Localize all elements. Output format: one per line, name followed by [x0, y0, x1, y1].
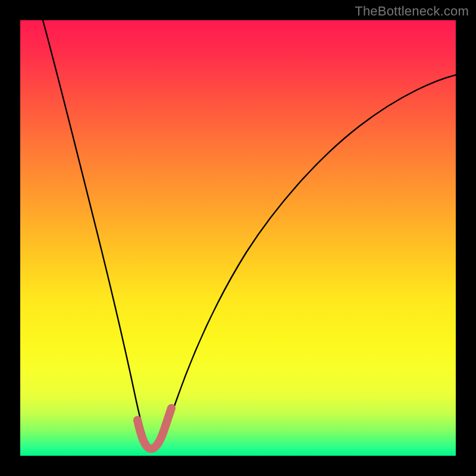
outer-black-frame: TheBottleneck.com — [0, 0, 476, 476]
watermark-text: TheBottleneck.com — [355, 4, 469, 19]
plot-area — [20, 20, 456, 456]
bottleneck-curve-path — [43, 20, 456, 447]
bottleneck-minimum-highlight-path — [137, 408, 171, 449]
bottleneck-curve-svg — [20, 20, 456, 456]
